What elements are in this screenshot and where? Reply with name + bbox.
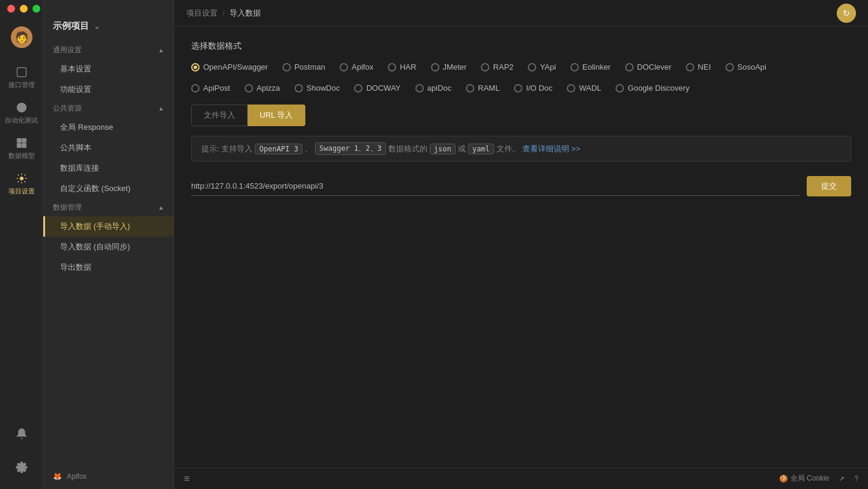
url-input[interactable] bbox=[191, 177, 799, 196]
sidebar-item-interface[interactable]: 接口管理 bbox=[0, 60, 43, 96]
submit-button[interactable]: 提交 bbox=[807, 176, 851, 196]
main-content: 项目设置 / 导入数据 ↻ 选择数据格式 OpenAPI/Swagger Pos… bbox=[174, 0, 868, 489]
gear-button[interactable] bbox=[16, 455, 28, 479]
format-rap2[interactable]: RAP2 bbox=[481, 62, 513, 71]
global-cookie-button[interactable]: 🍪 全局 Cookie bbox=[779, 473, 830, 484]
minimize-button[interactable] bbox=[20, 5, 28, 13]
section-general-arrow: ▲ bbox=[158, 47, 164, 53]
nav-item-export[interactable]: 导出数据 bbox=[43, 257, 174, 278]
nav-item-public-scripts[interactable]: 公共脚本 bbox=[43, 138, 174, 158]
format-google-discovery[interactable]: Google Discovery bbox=[616, 84, 689, 93]
hint-format4: yaml bbox=[468, 144, 494, 154]
format-raml[interactable]: RAML bbox=[466, 84, 500, 93]
nav-item-func[interactable]: 功能设置 bbox=[43, 79, 174, 100]
format-har[interactable]: HAR bbox=[388, 62, 416, 71]
breadcrumb-part1: 项目设置 bbox=[186, 8, 218, 19]
radio-apizza-circle bbox=[245, 84, 253, 93]
format-sosoapi[interactable]: SosoApi bbox=[726, 62, 766, 71]
format-doclever-label: DOClever bbox=[637, 62, 671, 71]
export-icon-button[interactable]: ↗ bbox=[839, 475, 845, 483]
section-public-arrow: ▲ bbox=[158, 105, 164, 112]
section-data-management[interactable]: 数据管理 ▲ bbox=[43, 199, 174, 216]
avatar[interactable]: 🧑 bbox=[11, 26, 32, 48]
format-eolinker-label: Eolinker bbox=[582, 62, 611, 71]
hint-format2: Swagger 1、2、3 bbox=[315, 142, 385, 155]
tab-file-import[interactable]: 文件导入 bbox=[191, 105, 248, 126]
format-apifox[interactable]: Apifox bbox=[340, 62, 373, 71]
format-apidoc[interactable]: apiDoc bbox=[415, 84, 451, 93]
tab-url-import[interactable]: URL 导入 bbox=[248, 105, 305, 126]
project-chevron: ⌄ bbox=[94, 22, 100, 31]
nav-item-db-conn[interactable]: 数据库连接 bbox=[43, 158, 174, 178]
svg-point-6 bbox=[20, 177, 23, 180]
hint-format3: json bbox=[430, 144, 456, 154]
format-sosoapi-label: SosoApi bbox=[738, 62, 766, 71]
format-openapi[interactable]: OpenAPI/Swagger bbox=[191, 62, 268, 71]
section-general-label: 通用设置 bbox=[53, 45, 82, 55]
svg-rect-5 bbox=[22, 144, 26, 148]
hint-link[interactable]: 查看详细说明 >> bbox=[522, 144, 581, 154]
sidebar-item-autotest[interactable]: 自动化测试 bbox=[0, 96, 43, 131]
project-header[interactable]: 示例项目 ⌄ bbox=[43, 17, 174, 41]
nav-item-import-auto[interactable]: 导入数据 (自动同步) bbox=[43, 237, 174, 257]
hint-mid: 数据格式的 bbox=[388, 144, 427, 154]
format-apizza[interactable]: Apizza bbox=[245, 84, 280, 93]
format-yapi[interactable]: YApi bbox=[528, 62, 556, 71]
section-general-settings[interactable]: 通用设置 ▲ bbox=[43, 41, 174, 59]
nav-item-custom-func[interactable]: 自定义函数 (Socket) bbox=[43, 178, 174, 199]
radio-rap2-circle bbox=[481, 63, 489, 71]
radio-yapi-circle bbox=[528, 63, 536, 71]
section-public-resources[interactable]: 公共资源 ▲ bbox=[43, 100, 174, 117]
menu-icon[interactable]: ≡ bbox=[184, 473, 189, 484]
nav-item-global-response[interactable]: 全局 Response bbox=[43, 117, 174, 138]
hint-format1: OpenAPI 3 bbox=[255, 144, 302, 154]
maximize-button[interactable] bbox=[32, 5, 40, 13]
format-jmeter[interactable]: JMeter bbox=[431, 62, 467, 71]
sidebar-item-settings[interactable]: 项目设置 bbox=[0, 166, 43, 202]
svg-rect-2 bbox=[17, 139, 21, 143]
nav-item-import-manual[interactable]: 导入数据 (手动导入) bbox=[43, 216, 174, 237]
icon-sidebar: 🧑 接口管理 自动化测试 数据模型 项目设置 bbox=[0, 0, 43, 489]
hint-or: 或 bbox=[458, 144, 466, 154]
refresh-button[interactable]: ↻ bbox=[837, 4, 856, 23]
format-raml-label: RAML bbox=[478, 84, 500, 93]
format-apipost[interactable]: ApiPost bbox=[191, 84, 230, 93]
format-postman[interactable]: Postman bbox=[283, 62, 325, 71]
format-nei-label: NEI bbox=[698, 62, 711, 71]
format-apidoc-label: apiDoc bbox=[427, 84, 451, 93]
format-showdoc[interactable]: ShowDoc bbox=[295, 84, 340, 93]
radio-openapi-circle bbox=[191, 63, 200, 71]
nav-footer: 🦊 Apifox bbox=[43, 464, 174, 489]
format-docway[interactable]: DOCWAY bbox=[354, 84, 400, 93]
sidebar-item-settings-label: 项目设置 bbox=[8, 187, 35, 196]
format-doclever[interactable]: DOClever bbox=[625, 62, 671, 71]
url-input-row: 提交 bbox=[191, 176, 851, 196]
sidebar-item-datamodel-label: 数据模型 bbox=[8, 151, 35, 160]
format-eolinker[interactable]: Eolinker bbox=[570, 62, 611, 71]
close-button[interactable] bbox=[7, 5, 15, 13]
notification-button[interactable] bbox=[16, 422, 28, 446]
format-io-doc[interactable]: I/O Doc bbox=[514, 84, 552, 93]
format-wadl[interactable]: WADL bbox=[567, 84, 601, 93]
cookie-label: 全局 Cookie bbox=[790, 473, 830, 484]
bottom-right: 🍪 全局 Cookie ↗ ? bbox=[779, 473, 858, 484]
section-public-label: 公共资源 bbox=[53, 103, 82, 114]
radio-nei-circle bbox=[686, 63, 694, 71]
project-name: 示例项目 bbox=[53, 20, 89, 32]
help-icon-button[interactable]: ? bbox=[854, 475, 858, 483]
nav-item-basic[interactable]: 基本设置 bbox=[43, 59, 174, 79]
format-jmeter-label: JMeter bbox=[443, 62, 467, 71]
nav-sidebar: 示例项目 ⌄ 通用设置 ▲ 基本设置 功能设置 公共资源 ▲ 全局 Respon… bbox=[43, 0, 174, 489]
hint-sep1: 、 bbox=[305, 144, 313, 154]
radio-apipost-circle bbox=[191, 84, 200, 93]
format-nei[interactable]: NEI bbox=[686, 62, 711, 71]
svg-rect-0 bbox=[17, 68, 26, 77]
format-rap2-label: RAP2 bbox=[493, 62, 513, 71]
sidebar-item-datamodel[interactable]: 数据模型 bbox=[0, 131, 43, 166]
svg-rect-3 bbox=[22, 139, 26, 143]
format-openapi-label: OpenAPI/Swagger bbox=[203, 62, 268, 71]
breadcrumb-separator: / bbox=[222, 8, 225, 17]
radio-har-circle bbox=[388, 63, 396, 71]
apifox-logo-text: Apifox bbox=[67, 472, 87, 481]
cookie-icon: 🍪 bbox=[779, 475, 788, 483]
